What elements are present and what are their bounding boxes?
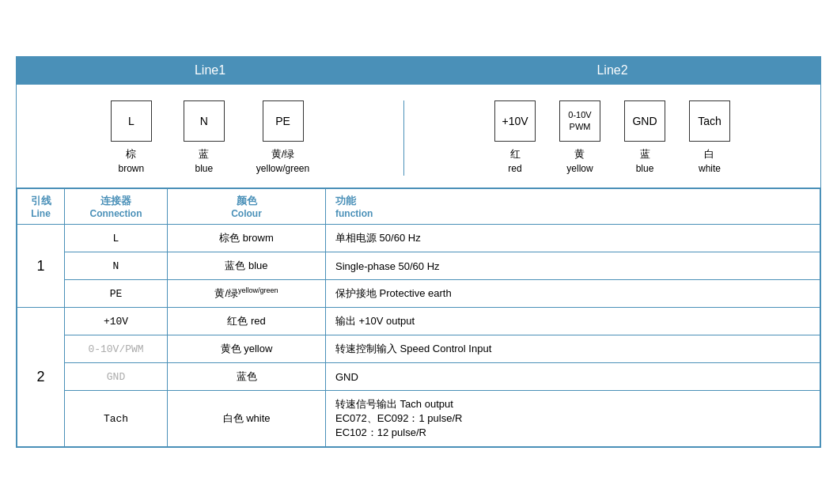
colour-pwm: 黄色 yellow bbox=[168, 335, 326, 363]
connector-box-10v: +10V bbox=[494, 100, 536, 142]
colour-gnd: 蓝色 bbox=[168, 363, 326, 391]
data-table: 引线 Line 连接器 Connection 颜色 Colour 功能 func… bbox=[17, 188, 820, 447]
connector-10v: +10V 红 red bbox=[494, 100, 536, 176]
conn-L: L bbox=[65, 225, 168, 252]
func-gnd: GND bbox=[326, 363, 820, 391]
connector-PE: PE 黄/绿 yellow/green bbox=[256, 100, 309, 176]
table-row-tach: Tach 白色 white 转速信号输出 Tach output EC072、E… bbox=[17, 391, 820, 447]
table-row-N: N 蓝色 blue Single-phase 50/60 Hz bbox=[17, 252, 820, 280]
table-row-gnd: GND 蓝色 GND bbox=[17, 363, 820, 391]
table-row-PE: PE 黄/绿yellow/green 保护接地 Protective earth bbox=[17, 280, 820, 308]
conn-N: N bbox=[65, 252, 168, 280]
connector-box-gnd: GND bbox=[624, 100, 665, 142]
colour-tach: 白色 white bbox=[168, 391, 326, 447]
connector-label-gnd: 蓝 blue bbox=[636, 146, 654, 176]
connector-label-tach: 白 white bbox=[699, 146, 721, 176]
diagram-line2: +10V 红 red 0-10VPWM 黄 yellow GND 蓝 blue bbox=[404, 100, 820, 176]
connector-pwm: 0-10VPWM 黄 yellow bbox=[559, 100, 600, 176]
connector-label-10v: 红 red bbox=[508, 146, 521, 176]
connector-box-N: N bbox=[184, 100, 225, 142]
connector-label-pwm: 黄 yellow bbox=[566, 146, 593, 176]
conn-PE: PE bbox=[65, 280, 168, 308]
col-header-connection: 连接器 Connection bbox=[65, 189, 168, 225]
connector-label-L: 棕 brown bbox=[118, 146, 144, 176]
connector-label-N: 蓝 blue bbox=[195, 146, 213, 176]
table-row-L: 1 L 棕色 browm 单相电源 50/60 Hz bbox=[17, 225, 820, 252]
connector-box-pwm: 0-10VPWM bbox=[559, 100, 600, 142]
conn-gnd-val: GND bbox=[65, 363, 168, 391]
func-10v: 输出 +10V output bbox=[326, 308, 820, 335]
col-header-colour: 颜色 Colour bbox=[168, 189, 326, 225]
table-header-row: 引线 Line 连接器 Connection 颜色 Colour 功能 func… bbox=[17, 189, 820, 225]
func-L: 单相电源 50/60 Hz bbox=[326, 225, 820, 252]
connector-label-PE: 黄/绿 yellow/green bbox=[256, 146, 309, 176]
colour-PE: 黄/绿yellow/green bbox=[168, 280, 326, 308]
connector-tach: Tach 白 white bbox=[689, 100, 730, 176]
colour-N: 蓝色 blue bbox=[168, 252, 326, 280]
connector-box-L: L bbox=[111, 100, 152, 142]
line2-number: 2 bbox=[17, 308, 65, 447]
connector-gnd: GND 蓝 blue bbox=[624, 100, 665, 176]
diagram-row: L 棕 brown N 蓝 blue PE 黄/绿 yellow/green bbox=[17, 85, 820, 189]
header-line1: Line1 bbox=[17, 57, 404, 84]
connector-L: L 棕 brown bbox=[111, 100, 152, 176]
conn-pwm: 0-10V/PWM bbox=[65, 335, 168, 363]
func-N: Single-phase 50/60 Hz bbox=[326, 252, 820, 280]
header-line2: Line2 bbox=[404, 57, 820, 84]
connector-box-tach: Tach bbox=[689, 100, 730, 142]
connector-box-PE: PE bbox=[263, 100, 304, 142]
header-row: Line1 Line2 bbox=[17, 57, 820, 85]
col-header-function: 功能 function bbox=[326, 189, 820, 225]
colour-10v: 红色 red bbox=[168, 308, 326, 335]
func-PE: 保护接地 Protective earth bbox=[326, 280, 820, 308]
table-row-pwm: 0-10V/PWM 黄色 yellow 转速控制输入 Speed Control… bbox=[17, 335, 820, 363]
col-header-line: 引线 Line bbox=[17, 189, 65, 225]
connector-N: N 蓝 blue bbox=[184, 100, 225, 176]
diagram-line1: L 棕 brown N 蓝 blue PE 黄/绿 yellow/green bbox=[17, 100, 404, 176]
colour-L: 棕色 browm bbox=[168, 225, 326, 252]
table-row-10v: 2 +10V 红色 red 输出 +10V output bbox=[17, 308, 820, 335]
func-pwm: 转速控制输入 Speed Control Input bbox=[326, 335, 820, 363]
conn-10v: +10V bbox=[65, 308, 168, 335]
main-container: Line1 Line2 L 棕 brown N 蓝 blue PE bbox=[16, 56, 821, 449]
line1-number: 1 bbox=[17, 225, 65, 308]
conn-tach-val: Tach bbox=[65, 391, 168, 447]
func-tach: 转速信号输出 Tach output EC072、EC092：1 pulse/R… bbox=[326, 391, 820, 447]
